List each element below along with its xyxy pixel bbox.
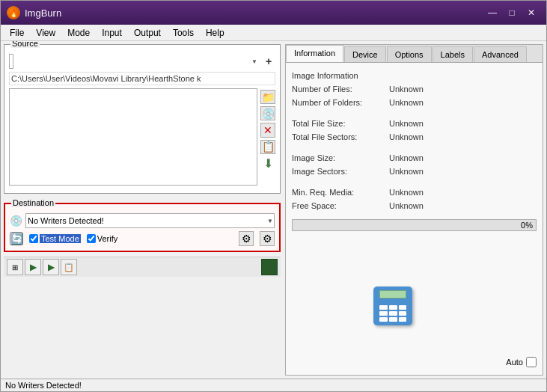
info-img-size-value: Unknown — [389, 151, 424, 165]
menu-bar: File View Mode Input Output Tools Help — [1, 25, 546, 41]
info-section-media: Min. Req. Media: Unknown Free Space: Unk… — [292, 186, 537, 212]
auto-label: Auto — [506, 358, 523, 367]
info-min-req-label: Min. Req. Media: — [292, 186, 389, 199]
info-total-size-value: Unknown — [389, 117, 424, 130]
source-remove-button[interactable]: ✕ — [260, 123, 275, 137]
info-image-title-row: Image Information — [292, 69, 537, 82]
source-dropdown[interactable] — [9, 54, 13, 69]
info-num-folders-row: Number of Folders: Unknown — [292, 96, 537, 109]
info-section-image: Image Information Number of Files: Unkno… — [292, 69, 537, 109]
toolbar-play-btn-1[interactable]: ▶ — [25, 259, 41, 275]
menu-output[interactable]: Output — [128, 26, 167, 40]
minimize-button[interactable]: — — [483, 5, 501, 20]
info-img-sectors-value: Unknown — [389, 165, 424, 178]
right-panel-content: Information Device Options Labels Advanc… — [286, 45, 543, 375]
menu-view[interactable]: View — [30, 26, 61, 40]
info-panel-body: Image Information Number of Files: Unkno… — [286, 63, 543, 375]
maximize-button[interactable]: □ — [503, 5, 521, 20]
info-total-sectors-value: Unknown — [389, 130, 424, 144]
toolbar-grid-btn[interactable]: ⊞ — [7, 259, 23, 275]
window-title: ImgBurn — [25, 7, 61, 19]
menu-input[interactable]: Input — [96, 26, 128, 40]
app-icon: 🔥 — [7, 6, 20, 19]
tabs: Information Device Options Labels Advanc… — [286, 45, 543, 63]
test-mode-checkbox[interactable] — [29, 234, 38, 243]
info-img-sectors-label: Image Sectors: — [292, 165, 389, 178]
auto-row: Auto — [500, 354, 543, 370]
tab-advanced[interactable]: Advanced — [474, 46, 527, 62]
menu-help[interactable]: Help — [200, 26, 230, 40]
main-content: Source + C:\Users\User\Videos\Movavi Lib… — [1, 41, 546, 379]
toolbar-play-btn-2[interactable]: ▶ — [43, 259, 59, 275]
source-disc-button[interactable]: 💿 — [260, 106, 275, 120]
title-bar: 🔥 ImgBurn — □ ✕ — [1, 1, 546, 25]
options-btn-1[interactable]: ⚙ — [239, 231, 254, 246]
options-btn-2[interactable]: ⚙ — [260, 231, 275, 246]
source-path: C:\Users\User\Videos\Movavi Library\Hear… — [9, 72, 275, 85]
destination-label: Destination — [11, 198, 55, 207]
source-list-box — [9, 88, 257, 186]
info-image-title: Image Information — [292, 69, 389, 82]
info-total-sectors-row: Total File Sectors: Unknown — [292, 130, 537, 144]
tab-information[interactable]: Information — [286, 45, 343, 62]
tab-device[interactable]: Device — [344, 46, 386, 62]
bottom-right: Auto — [286, 237, 543, 376]
source-group: Source + C:\Users\User\Videos\Movavi Lib… — [4, 44, 281, 194]
status-bar: No Writers Detected! — [1, 379, 546, 391]
tab-options[interactable]: Options — [387, 46, 432, 62]
toolbar-green-btn[interactable] — [261, 259, 278, 275]
refresh-button[interactable]: 🔄 — [10, 232, 23, 245]
status-message: No Writers Detected! — [5, 381, 82, 390]
info-free-space-value: Unknown — [389, 199, 424, 212]
info-free-space-label: Free Space: — [292, 199, 389, 212]
auto-checkbox[interactable] — [526, 357, 537, 367]
close-button[interactable]: ✕ — [522, 5, 540, 20]
progress-text: 0% — [521, 221, 533, 230]
destination-group: Destination 💿 No Writers Detected! 🔄 Tes… — [4, 203, 281, 252]
test-mode-label[interactable]: Test Mode — [29, 234, 81, 243]
info-panel: Image Information Number of Files: Unkno… — [286, 63, 543, 213]
source-add-button[interactable]: + — [262, 55, 275, 68]
info-img-size-row: Image Size: Unknown — [292, 151, 537, 165]
info-num-files-value: Unknown — [389, 82, 424, 96]
source-browse-button[interactable]: 📁 — [260, 90, 275, 104]
toolbar-doc-btn[interactable]: 📋 — [61, 259, 77, 275]
main-window: 🔥 ImgBurn — □ ✕ File View Mode Input Out… — [0, 0, 547, 392]
destination-dropdown[interactable]: No Writers Detected! — [25, 213, 275, 228]
info-min-req-row: Min. Req. Media: Unknown — [292, 186, 537, 199]
tab-labels[interactable]: Labels — [433, 46, 473, 62]
source-copy-button[interactable]: 📋 — [260, 140, 275, 154]
options-row: 🔄 Test Mode Verify ⚙ ⚙ — [10, 231, 275, 246]
menu-mode[interactable]: Mode — [61, 26, 96, 40]
menu-tools[interactable]: Tools — [167, 26, 200, 40]
calculator-icon — [373, 287, 412, 325]
test-mode-text: Test Mode — [40, 234, 81, 243]
destination-row: 💿 No Writers Detected! — [10, 213, 275, 228]
title-controls: — □ ✕ — [483, 5, 540, 20]
bottom-toolbar: ⊞ ▶ ▶ 📋 — [4, 257, 281, 277]
info-total-size-row: Total File Size: Unknown — [292, 117, 537, 130]
info-section-size: Total File Size: Unknown Total File Sect… — [292, 117, 537, 144]
destination-dropdown-wrapper: No Writers Detected! — [25, 213, 275, 228]
verify-text: Verify — [97, 234, 118, 243]
info-free-space-row: Free Space: Unknown — [292, 199, 537, 212]
info-img-size-label: Image Size: — [292, 151, 389, 165]
title-bar-left: 🔥 ImgBurn — [7, 6, 61, 19]
verify-label[interactable]: Verify — [87, 234, 118, 243]
source-dropdown-wrapper — [9, 54, 259, 69]
destination-icon: 💿 — [10, 215, 22, 227]
source-down-button[interactable]: ⬇ — [260, 156, 275, 171]
info-num-folders-value: Unknown — [389, 96, 424, 109]
right-panel: Information Device Options Labels Advanc… — [285, 44, 543, 376]
left-panel: Source + C:\Users\User\Videos\Movavi Lib… — [4, 44, 281, 376]
info-min-req-value: Unknown — [389, 186, 424, 199]
disc-area — [286, 281, 500, 331]
info-section-imgsize: Image Size: Unknown Image Sectors: Unkno… — [292, 151, 537, 178]
menu-file[interactable]: File — [4, 26, 30, 40]
info-total-size-label: Total File Size: — [292, 117, 389, 130]
info-total-sectors-label: Total File Sectors: — [292, 130, 389, 144]
info-num-folders-label: Number of Folders: — [292, 96, 389, 109]
info-num-files-row: Number of Files: Unknown — [292, 82, 537, 96]
info-num-files-label: Number of Files: — [292, 82, 389, 96]
verify-checkbox[interactable] — [87, 234, 96, 243]
